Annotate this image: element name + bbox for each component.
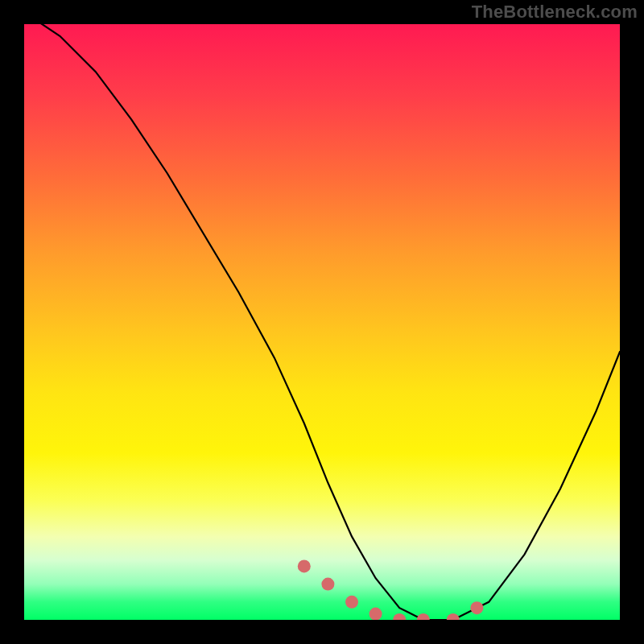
highlight-marker [417, 613, 430, 620]
curve-layer [24, 24, 620, 620]
chart-stage: TheBottleneck.com [0, 0, 644, 644]
highlight-marker [369, 608, 382, 620]
highlight-marker [393, 613, 406, 620]
highlight-marker [321, 578, 334, 591]
highlight-marker [447, 613, 460, 620]
highlight-markers [298, 559, 484, 620]
plot-area [24, 24, 620, 620]
highlight-marker [345, 596, 358, 609]
highlight-marker [470, 601, 483, 614]
watermark-text: TheBottleneck.com [472, 2, 638, 23]
highlight-marker [298, 559, 311, 572]
bottleneck-curve [24, 24, 620, 620]
